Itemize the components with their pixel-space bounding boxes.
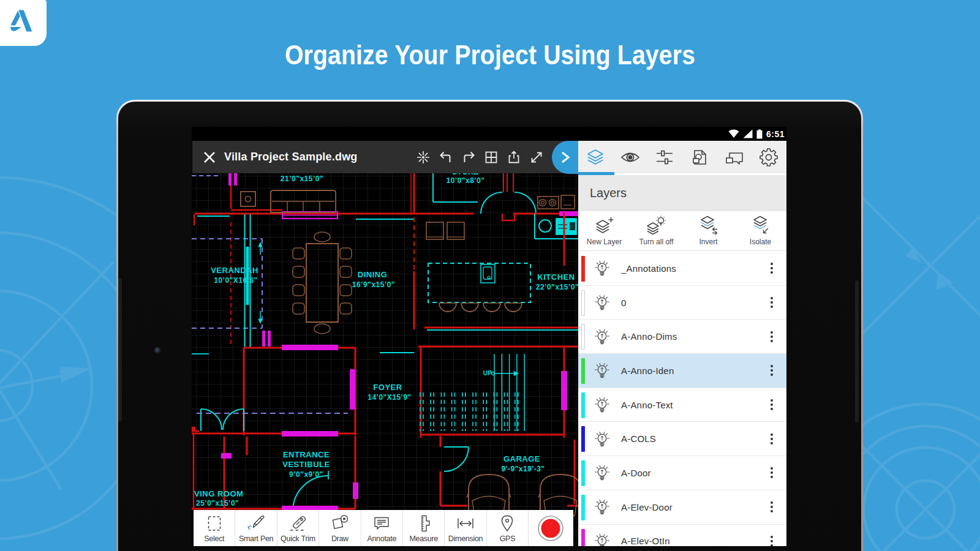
svg-text:KITCHEN: KITCHEN [537,272,575,282]
svg-text:25’0"x15’0": 25’0"x15’0" [196,499,239,508]
svg-text:22’0"x15’0": 22’0"x15’0" [536,283,578,291]
svg-text:DINING: DINING [358,270,388,279]
svg-text:VESTIBULE: VESTIBULE [282,460,330,469]
svg-text:14’0"X15’9": 14’0"X15’9" [368,393,412,402]
svg-text:UP: UP [483,370,492,377]
svg-text:9'-9"x19'-3": 9'-9"x19'-3" [501,465,545,473]
svg-text:GARAGE: GARAGE [503,454,540,463]
svg-text:VING ROOM: VING ROOM [194,489,243,498]
svg-text:10’0"x8’0": 10’0"x8’0" [446,176,484,185]
svg-text:10’0"X16’6": 10’0"X16’6" [214,276,258,285]
svg-text:21’0"x15’0": 21’0"x15’0" [281,174,323,183]
svg-text:FOYER: FOYER [373,383,402,392]
svg-text:VERANDAH: VERANDAH [211,266,258,275]
svg-text:ENTRANCE: ENTRANCE [283,450,330,459]
svg-text:16’9"x15’0": 16’9"x15’0" [352,280,395,289]
